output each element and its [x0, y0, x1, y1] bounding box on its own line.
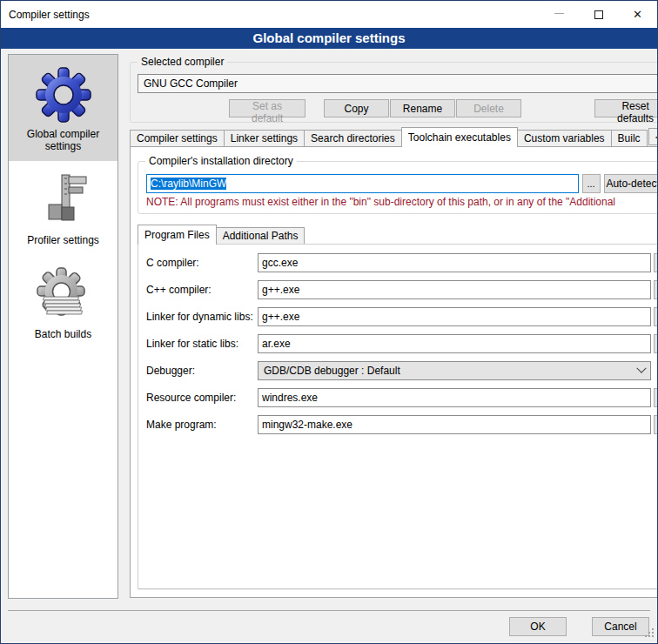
field-value: mingw32-make.exe	[262, 419, 352, 431]
field-row-cpp-compiler: C++ compiler: g++.exe ...	[146, 280, 658, 299]
reset-defaults-button[interactable]: Reset defaults	[594, 99, 658, 117]
rename-button[interactable]: Rename	[390, 99, 455, 117]
sidebar-item-batch-builds[interactable]: Batch builds	[9, 255, 118, 349]
field-value: gcc.exe	[262, 257, 298, 269]
browse-linker-dynamic-button[interactable]: ...	[654, 307, 658, 326]
field-label: Linker for dynamic libs:	[146, 311, 258, 323]
sidebar-item-profiler-settings[interactable]: Profiler settings	[9, 161, 118, 255]
field-value: g++.exe	[262, 284, 299, 296]
window-title: Compiler settings	[9, 9, 90, 21]
auto-detect-button[interactable]: Auto-detect	[604, 174, 658, 193]
toolchain-executables-page: Compiler's installation directory C:\ray…	[130, 146, 658, 598]
tab-linker-settings[interactable]: Linker settings	[224, 130, 305, 147]
copy-button[interactable]: Copy	[324, 99, 389, 117]
delete-button: Delete	[456, 99, 521, 117]
field-label: Debugger:	[146, 365, 258, 377]
note-text: NOTE: All programs must exist either in …	[146, 196, 658, 208]
c-compiler-input[interactable]: gcc.exe	[258, 253, 651, 272]
compiler-select-value: GNU GCC Compiler	[144, 77, 658, 90]
browse-directory-button[interactable]: ...	[582, 174, 601, 193]
field-row-linker-static: Linker for static libs: ar.exe ...	[146, 334, 658, 353]
field-row-debugger: Debugger: GDB/CDB debugger : Default	[146, 361, 658, 380]
maximize-button[interactable]	[579, 1, 618, 28]
settings-tabstrip: Compiler settings Linker settings Search…	[130, 127, 658, 147]
browse-resource-compiler-button[interactable]: ...	[654, 388, 658, 407]
browse-c-compiler-button[interactable]: ...	[654, 253, 658, 272]
tab-search-directories[interactable]: Search directories	[304, 130, 402, 147]
debugger-select-value: GDB/CDB debugger : Default	[264, 365, 638, 377]
browse-linker-static-button[interactable]: ...	[654, 334, 658, 353]
ok-button[interactable]: OK	[509, 617, 567, 636]
compiler-settings-dialog: Compiler settings — ✕ Global compiler se…	[0, 0, 658, 644]
subtab-additional-paths[interactable]: Additional Paths	[216, 227, 306, 245]
debugger-select[interactable]: GDB/CDB debugger : Default	[258, 361, 651, 380]
field-row-make-program: Make program: mingw32-make.exe ...	[146, 415, 658, 434]
gray-gear-stack-icon	[36, 267, 91, 323]
field-row-resource-compiler: Resource compiler: windres.exe ...	[146, 388, 658, 407]
tab-scroll-buttons: ◄ ►	[647, 128, 658, 145]
close-button[interactable]: ✕	[618, 1, 657, 28]
installation-directory-row: C:\raylib\MinGW ... Auto-detect	[146, 174, 658, 193]
minimize-icon: —	[554, 8, 564, 17]
selected-compiler-group: Selected compiler GNU GCC Compiler Set a…	[130, 62, 658, 123]
field-value: windres.exe	[262, 392, 318, 404]
field-label: C++ compiler:	[146, 284, 258, 296]
installation-directory-legend: Compiler's installation directory	[145, 155, 297, 167]
tab-compiler-settings[interactable]: Compiler settings	[130, 130, 225, 147]
arrow-left-icon: ◄	[654, 134, 658, 140]
caption-buttons: — ✕	[540, 1, 657, 28]
sidebar-item-label: Profiler settings	[10, 234, 116, 246]
resource-compiler-input[interactable]: windres.exe	[258, 388, 651, 407]
maximize-icon	[594, 10, 603, 19]
make-program-input[interactable]: mingw32-make.exe	[258, 415, 651, 434]
toolchain-subtabs: Program Files Additional Paths	[138, 225, 658, 245]
minimize-button[interactable]: —	[540, 1, 579, 28]
browse-make-program-button[interactable]: ...	[654, 415, 658, 434]
field-label: Make program:	[146, 419, 258, 431]
field-row-c-compiler: C compiler: gcc.exe ...	[146, 253, 658, 272]
compiler-buttons-row: Set as default Copy Rename Delete Reset …	[138, 99, 658, 117]
caliper-icon	[36, 173, 91, 229]
field-value: g++.exe	[262, 311, 299, 323]
tab-scroll-left-button[interactable]: ◄	[648, 128, 658, 145]
field-row-linker-dynamic: Linker for dynamic libs: g++.exe ...	[146, 307, 658, 326]
program-files-page: C compiler: gcc.exe ... C++ compiler: g+…	[138, 244, 658, 589]
resize-grip[interactable]	[643, 627, 655, 641]
field-value: ar.exe	[262, 338, 291, 350]
sidebar-item-label: Batch builds	[10, 328, 116, 340]
compiler-select[interactable]: GNU GCC Compiler	[138, 74, 658, 93]
linker-static-input[interactable]: ar.exe	[258, 334, 651, 353]
dialog-footer: OK Cancel	[8, 610, 650, 643]
field-label: Linker for static libs:	[146, 338, 258, 350]
titlebar: Compiler settings — ✕	[1, 1, 657, 28]
dialog-body: Global compiler settings	[1, 49, 657, 610]
field-label: C compiler:	[146, 257, 258, 269]
page-title: Global compiler settings	[1, 28, 657, 49]
linker-dynamic-input[interactable]: g++.exe	[258, 307, 651, 326]
tab-build-options[interactable]: Builc	[611, 130, 648, 147]
main-panel: Selected compiler GNU GCC Compiler Set a…	[130, 54, 658, 610]
cpp-compiler-input[interactable]: g++.exe	[258, 280, 651, 299]
settings-category-list: Global compiler settings	[8, 54, 118, 599]
browse-cpp-compiler-button[interactable]: ...	[654, 280, 658, 299]
chevron-down-icon	[636, 364, 646, 373]
field-label: Resource compiler:	[146, 392, 258, 404]
tab-toolchain-executables[interactable]: Toolchain executables	[401, 127, 518, 147]
installation-directory-value: C:\raylib\MinGW	[151, 178, 226, 190]
installation-directory-group: Compiler's installation directory C:\ray…	[138, 161, 658, 214]
tab-custom-variables[interactable]: Custom variables	[517, 130, 612, 147]
set-as-default-button: Set as default	[229, 99, 306, 117]
sidebar-item-label: Global compiler settings	[10, 128, 116, 152]
cancel-button[interactable]: Cancel	[592, 617, 649, 636]
installation-directory-input[interactable]: C:\raylib\MinGW	[146, 174, 579, 193]
blue-gear-icon	[36, 67, 91, 123]
close-icon: ✕	[633, 9, 642, 20]
selected-compiler-legend: Selected compiler	[138, 56, 227, 68]
subtab-program-files[interactable]: Program Files	[138, 225, 217, 245]
sidebar-item-global-compiler-settings[interactable]: Global compiler settings	[9, 55, 118, 161]
